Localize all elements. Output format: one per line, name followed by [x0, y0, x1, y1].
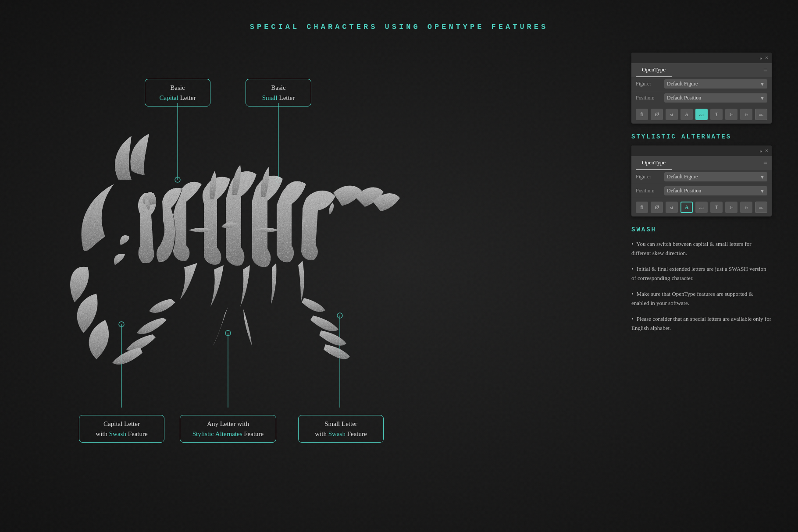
panel-1-figure-arrow: ▼ — [760, 82, 765, 87]
collapse-icon[interactable]: « — [759, 54, 762, 61]
ot-icon-fi-2[interactable]: fi — [636, 202, 648, 213]
ot-icon-sup-2[interactable]: 1st — [725, 202, 737, 213]
panel-2-titlebar: « × — [631, 145, 772, 156]
panel-1-titlebar: « × — [631, 53, 772, 63]
ot-icon-italic-1[interactable]: Ø — [651, 109, 663, 120]
panel-1-position-row: Position: Default Position ▼ — [631, 91, 772, 105]
section-label-swash: SWASH — [631, 226, 772, 233]
ot-icon-sup-1[interactable]: 1st — [725, 109, 737, 120]
ot-icon-st-1[interactable]: st — [666, 109, 678, 120]
page-wrapper: SPECIAL CHARACTERS USING OPENTYPE FEATUR… — [0, 0, 798, 532]
info-bullet-1: • You can switch between capital & small… — [631, 239, 772, 258]
collapse-icon-2[interactable]: « — [759, 147, 762, 154]
panel-1-figure-row: Figure: Default Figure ▼ — [631, 77, 772, 91]
info-bullet-2: • Initial & final extended letters are j… — [631, 264, 772, 283]
ot-icon-aa2-2[interactable]: aa. — [755, 202, 767, 213]
panel-2-position-label: Position: — [636, 188, 664, 194]
panel-1-position-arrow: ▼ — [760, 96, 765, 101]
close-icon-2[interactable]: × — [765, 147, 768, 154]
ot-icon-cap-2[interactable]: A — [680, 202, 693, 213]
opentype-panel-2: « × OpenType ≡ Figure: Default Figure ▼ … — [631, 145, 772, 216]
ot-icon-t-1[interactable]: T — [710, 109, 723, 120]
panel-2-figure-arrow: ▼ — [760, 174, 765, 180]
panel-1-figure-select[interactable]: Default Figure ▼ — [664, 79, 767, 89]
panel-2-titlebar-icons[interactable]: « × — [759, 147, 768, 154]
page-title: SPECIAL CHARACTERS USING OPENTYPE FEATUR… — [0, 0, 798, 31]
ot-icon-t-2[interactable]: T — [710, 202, 723, 213]
info-bullet-3: • Make sure that OpenType features are s… — [631, 289, 772, 308]
panel-2-position-row: Position: Default Position ▼ — [631, 184, 772, 198]
panel-1-figure-label: Figure: — [636, 81, 664, 87]
panel-1-position-label: Position: — [636, 95, 664, 101]
panel-1-titlebar-icons[interactable]: « × — [759, 54, 768, 61]
opentype-panel-1: « × OpenType ≡ Figure: Default Figure ▼ … — [631, 53, 772, 124]
panel-1-icons-row: fi Ø st A aa T 1st ½ aa. — [631, 105, 772, 124]
panel-2-tab-row: OpenType ≡ — [631, 156, 772, 170]
ot-icon-st-2[interactable]: st — [666, 202, 678, 213]
panel-2-icons-row: fi Ø st A aa T 1st ½ aa. — [631, 198, 772, 216]
panel-2-figure-row: Figure: Default Figure ▼ — [631, 170, 772, 184]
ot-icon-italic-2[interactable]: Ø — [651, 202, 663, 213]
panel-2-figure-label: Figure: — [636, 174, 664, 180]
label-box-top-left: Basic Capital Letter — [145, 79, 210, 106]
ot-icon-fi-1[interactable]: fi — [636, 109, 648, 120]
close-icon[interactable]: × — [765, 54, 768, 61]
ot-icon-aa2-1[interactable]: aa. — [755, 109, 767, 120]
label-box-bottom-right: Small Letter with Swash Feature — [298, 415, 384, 443]
panel-1-position-select[interactable]: Default Position ▼ — [664, 93, 767, 103]
ot-icon-cap-1[interactable]: A — [680, 109, 693, 120]
label-box-bottom-center: Any Letter with Stylistic Alternates Fea… — [180, 415, 276, 443]
section-label-stylistic: STYLISTIC ALTERNATES — [631, 133, 772, 140]
ot-icon-aa-2[interactable]: aa — [695, 202, 708, 213]
opentype-tab-1[interactable]: OpenType — [636, 63, 672, 77]
opentype-tab-2[interactable]: OpenType — [636, 156, 672, 170]
label-box-bottom-left: Capital Letter with Swash Feature — [79, 415, 164, 443]
info-bullet-4: • Please consider that an special letter… — [631, 314, 772, 333]
panel-2-position-arrow: ▼ — [760, 188, 765, 194]
ot-icon-frac-2[interactable]: ½ — [740, 202, 752, 213]
panel-2-position-select[interactable]: Default Position ▼ — [664, 186, 767, 195]
panel-1-menu-icon[interactable]: ≡ — [763, 66, 767, 74]
panel-2-menu-icon[interactable]: ≡ — [763, 159, 767, 167]
ot-icon-frac-1[interactable]: ½ — [740, 109, 752, 120]
right-panel: « × OpenType ≡ Figure: Default Figure ▼ … — [631, 53, 772, 339]
diagram-area: Basic Capital Letter Basic Small Letter — [53, 53, 412, 482]
label-box-top-right: Basic Small Letter — [246, 79, 311, 106]
swash-section: SWASH • You can switch between capital &… — [631, 226, 772, 333]
metal-logo — [61, 118, 403, 390]
panel-2-figure-select[interactable]: Default Figure ▼ — [664, 172, 767, 181]
panel-1-tab-row: OpenType ≡ — [631, 63, 772, 77]
ot-icon-aa-1[interactable]: aa — [695, 109, 708, 120]
